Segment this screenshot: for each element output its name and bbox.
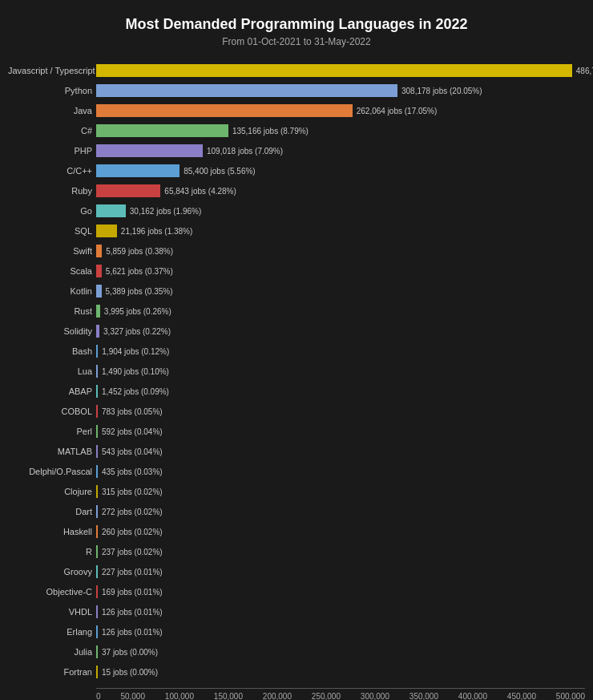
bar-row: Swift5,859 jobs (0.38%) xyxy=(96,242,577,260)
bar-row: Java262,064 jobs (17.05%) xyxy=(96,102,577,119)
bar-label: COBOL xyxy=(8,407,92,416)
chart-title: Most Demanded Programming Languages in 2… xyxy=(8,16,585,33)
bar-value-label: 135,166 jobs (8.79%) xyxy=(232,127,309,136)
x-tick: 450,000 xyxy=(507,692,536,700)
bar-row: Scala5,621 jobs (0.37%) xyxy=(96,262,577,280)
bar xyxy=(96,585,98,598)
bar xyxy=(96,285,102,297)
bar-value-label: 126 jobs (0.01%) xyxy=(102,608,163,617)
bar-row: ABAP1,452 jobs (0.09%) xyxy=(96,382,577,400)
bar-label: PHP xyxy=(8,146,92,156)
bar xyxy=(96,565,98,578)
bar-value-label: 1,490 jobs (0.10%) xyxy=(102,367,169,376)
bar-row: Erlang126 jobs (0.01%) xyxy=(96,623,577,641)
bar-value-label: 3,327 jobs (0.22%) xyxy=(103,327,171,336)
x-tick: 500,000 xyxy=(556,692,585,700)
bar-label: Lua xyxy=(8,366,92,376)
bar-label: Kotlin xyxy=(8,286,92,296)
bar-label: Objective-C xyxy=(8,587,92,597)
chart-area: Javascript / Typescript486,717 jobs (31.… xyxy=(8,62,585,683)
bar-row: Python308,178 jobs (20.05%) xyxy=(96,82,577,99)
bar xyxy=(96,525,98,538)
bar xyxy=(96,385,98,398)
x-tick: 150,000 xyxy=(214,692,243,700)
x-tick: 350,000 xyxy=(409,692,438,700)
bar-value-label: 65,843 jobs (4.28%) xyxy=(164,187,236,196)
bar-label: Fortran xyxy=(8,667,92,677)
bar-row: Julia37 jobs (0.00%) xyxy=(96,643,577,661)
bar-row: Groovy227 jobs (0.01%) xyxy=(96,563,577,581)
bar-value-label: 260 jobs (0.02%) xyxy=(102,528,163,536)
bar-row: Rust3,995 jobs (0.26%) xyxy=(96,302,577,320)
bar-row: C/C++85,400 jobs (5.56%) xyxy=(96,162,577,180)
bar-label: Python xyxy=(8,86,92,95)
bar-row: VHDL126 jobs (0.01%) xyxy=(96,603,577,621)
bar-label: Swift xyxy=(8,246,92,256)
bar-value-label: 592 jobs (0.04%) xyxy=(102,427,163,436)
bar-value-label: 5,389 jobs (0.35%) xyxy=(106,287,173,296)
x-axis: 050,000100,000150,000200,000250,000300,0… xyxy=(8,688,585,700)
bar xyxy=(96,545,98,558)
bar-label: Go xyxy=(8,206,92,216)
bar-label: Solidity xyxy=(8,326,92,336)
bar-value-label: 21,196 jobs (1.38%) xyxy=(121,227,193,236)
bar-value-label: 109,018 jobs (7.09%) xyxy=(207,147,283,156)
bar xyxy=(96,225,117,237)
x-tick: 50,000 xyxy=(120,692,145,700)
bar-label: C# xyxy=(8,126,92,136)
bar xyxy=(96,164,180,177)
bar-value-label: 227 jobs (0.01%) xyxy=(102,568,163,577)
bar-row: Objective-C169 jobs (0.01%) xyxy=(96,583,577,601)
bar-label: Haskell xyxy=(8,527,92,536)
bar-label: Clojure xyxy=(8,487,92,496)
bar-value-label: 308,178 jobs (20.05%) xyxy=(401,87,482,95)
bar-row: COBOL783 jobs (0.05%) xyxy=(96,403,577,420)
bar xyxy=(96,104,353,117)
bar-row: Ruby65,843 jobs (4.28%) xyxy=(96,182,577,200)
bar-label: SQL xyxy=(8,226,92,236)
bar-label: Delphi/O.Pascal xyxy=(8,467,92,476)
bar-label: Scala xyxy=(8,266,92,276)
bar-value-label: 126 jobs (0.01%) xyxy=(102,628,163,637)
bar-label: ABAP xyxy=(8,386,92,396)
bar xyxy=(96,245,102,257)
bar-row: Solidity3,327 jobs (0.22%) xyxy=(96,322,577,340)
bar xyxy=(96,124,228,137)
bar xyxy=(96,425,98,438)
bar-label: C/C++ xyxy=(8,166,92,176)
bar-label: Perl xyxy=(8,427,92,436)
bar-row: R237 jobs (0.02%) xyxy=(96,543,577,560)
bar xyxy=(96,265,102,277)
bar-row: Lua1,490 jobs (0.10%) xyxy=(96,362,577,380)
bar-value-label: 543 jobs (0.04%) xyxy=(102,447,163,456)
bar-row: Haskell260 jobs (0.02%) xyxy=(96,523,577,540)
bar-value-label: 435 jobs (0.03%) xyxy=(102,467,163,476)
x-tick: 100,000 xyxy=(165,692,194,700)
bar xyxy=(96,625,98,638)
bar-value-label: 262,064 jobs (17.05%) xyxy=(357,107,438,115)
x-tick: 200,000 xyxy=(263,692,292,700)
bar-value-label: 169 jobs (0.01%) xyxy=(102,588,163,597)
bar xyxy=(96,84,397,97)
bar-label: Bash xyxy=(8,346,92,356)
bar-value-label: 315 jobs (0.02%) xyxy=(102,488,163,496)
bar-row: Bash1,904 jobs (0.12%) xyxy=(96,342,577,360)
bar-label: Javascript / Typescript xyxy=(8,66,92,75)
bar-value-label: 237 jobs (0.02%) xyxy=(102,548,163,556)
bar xyxy=(96,605,98,618)
bar xyxy=(96,445,98,458)
bar-label: VHDL xyxy=(8,607,92,617)
bar-row: C#135,166 jobs (8.79%) xyxy=(96,122,577,140)
bar-label: Ruby xyxy=(8,186,92,196)
bar-row: Clojure315 jobs (0.02%) xyxy=(96,483,577,500)
bar-row: SQL21,196 jobs (1.38%) xyxy=(96,222,577,240)
bar-value-label: 272 jobs (0.02%) xyxy=(102,508,163,516)
bar-row: MATLAB543 jobs (0.04%) xyxy=(96,443,577,460)
bar xyxy=(96,204,126,217)
bar-label: Groovy xyxy=(8,567,92,577)
bar-label: Dart xyxy=(8,507,92,516)
bar xyxy=(96,405,98,418)
bar-label: MATLAB xyxy=(8,447,92,456)
bar xyxy=(96,465,98,478)
bar xyxy=(96,325,99,338)
